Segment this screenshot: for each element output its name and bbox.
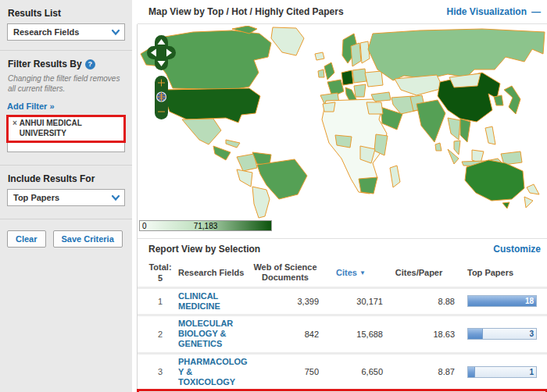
map-pan-zoom-control[interactable] — [147, 35, 177, 123]
wos-documents-header: Web of Science Documents — [252, 262, 319, 283]
include-results-dropdown[interactable]: Top Papers — [7, 189, 125, 206]
results-list-value: Research Fields — [13, 27, 79, 37]
cites-per-paper-header: Cites/Paper — [383, 268, 455, 278]
zoom-control[interactable] — [155, 76, 168, 119]
table-body: 1 CLINICAL MEDICINE 3,399 30,171 8.88 18… — [138, 287, 547, 392]
top-papers-bar: 3 — [467, 328, 537, 340]
report-title: Report View by Selection — [148, 244, 260, 255]
wos-docs-cell: 842 — [252, 330, 319, 339]
sidebar-divider — [0, 50, 132, 51]
cites-per-paper-cell: 8.88 — [383, 297, 455, 306]
top-papers-header: Top Papers — [467, 268, 547, 278]
include-results-value: Top Papers — [13, 193, 59, 202]
map-title: Map View by Top / Hot / Highly Cited Pap… — [148, 6, 344, 17]
cites-cell: 6,650 — [319, 367, 383, 376]
chevron-down-icon — [110, 27, 121, 37]
rank-cell: 3 — [148, 367, 172, 376]
collapse-icon: — — [531, 6, 541, 17]
top-papers-value: 1 — [529, 368, 534, 376]
total-header: Total:5 — [148, 262, 172, 284]
help-icon[interactable]: ? — [85, 59, 95, 69]
filter-note: Changing the filter field removes all cu… — [8, 74, 124, 94]
research-field-link[interactable]: MOLECULAR BIOLOGY & GENETICS — [178, 319, 252, 350]
top-papers-value: 3 — [529, 330, 534, 338]
esi-app: Results List Research Fields Filter Resu… — [0, 0, 547, 392]
map-area: 0 71,183 — [138, 24, 547, 239]
sidebar-divider — [0, 165, 132, 166]
cites-per-paper-cell: 8.87 — [383, 367, 455, 376]
wos-docs-cell: 3,399 — [252, 297, 319, 306]
table-header: Total:5 Research Fields Web of Science D… — [138, 259, 547, 287]
table-row: 1 CLINICAL MEDICINE 3,399 30,171 8.88 18 — [138, 287, 547, 314]
top-papers-bar: 1 — [467, 366, 537, 378]
hide-visualization-link[interactable]: Hide Visualization— — [447, 6, 541, 17]
top-papers-bar-fill — [468, 329, 483, 339]
include-results-heading: Include Results For — [8, 173, 125, 184]
top-papers-bar: 18 — [467, 295, 537, 307]
top-papers-bar-fill — [468, 367, 475, 377]
add-filter-link[interactable]: Add Filter » — [7, 102, 55, 111]
save-criteria-button[interactable]: Save Criteria — [53, 230, 123, 248]
map-legend: 0 71,183 — [139, 220, 272, 231]
filter-by-heading: Filter Results By? — [8, 59, 125, 69]
map-oceania[interactable] — [465, 160, 539, 208]
sidebar: Results List Research Fields Filter Resu… — [0, 0, 132, 392]
rank-cell: 2 — [148, 330, 172, 339]
sort-desc-icon: ▼ — [359, 269, 366, 276]
wos-docs-cell: 750 — [252, 367, 319, 376]
sidebar-divider — [0, 219, 132, 219]
filter-item-label: ANHUI MEDICAL UNIVERSITY — [20, 119, 121, 138]
top-papers-value: 18 — [525, 297, 534, 305]
remove-filter-icon[interactable]: × — [13, 119, 17, 127]
filter-listbox: ×ANHUI MEDICAL UNIVERSITY — [7, 116, 125, 152]
research-field-link[interactable]: PHARMACOLOGY & TOXICOLOGY — [178, 357, 252, 388]
table-row: 2 MOLECULAR BIOLOGY & GENETICS 842 15,68… — [138, 314, 547, 352]
cites-sort-header[interactable]: Cites ▼ — [319, 268, 383, 278]
cites-cell: 30,171 — [319, 297, 383, 306]
map-header: Map View by Top / Hot / Highly Cited Pap… — [138, 0, 547, 24]
cites-per-paper-cell: 18.63 — [383, 330, 455, 339]
map-south-america[interactable] — [237, 152, 307, 218]
table-row: 3 PHARMACOLOGY & TOXICOLOGY 750 6,650 8.… — [138, 352, 547, 390]
chevron-down-icon — [110, 192, 121, 203]
rank-cell: 1 — [148, 297, 172, 306]
legend-max: 71,183 — [140, 222, 271, 230]
customize-link[interactable]: Customize — [493, 244, 541, 255]
results-list-dropdown[interactable]: Research Fields — [7, 23, 125, 41]
world-map[interactable] — [138, 26, 546, 219]
filter-item-anhui[interactable]: ×ANHUI MEDICAL UNIVERSITY — [8, 116, 124, 141]
cites-cell: 15,688 — [319, 330, 383, 339]
research-field-link[interactable]: CLINICAL MEDICINE — [178, 291, 252, 312]
report-header: Report View by Selection Customize — [138, 239, 547, 259]
clear-button[interactable]: Clear — [7, 230, 46, 248]
pan-control[interactable] — [147, 35, 176, 70]
results-list-heading: Results List — [8, 8, 125, 19]
research-fields-header: Research Fields — [178, 268, 252, 278]
main-content: Map View by Top / Hot / Highly Cited Pap… — [138, 0, 547, 392]
